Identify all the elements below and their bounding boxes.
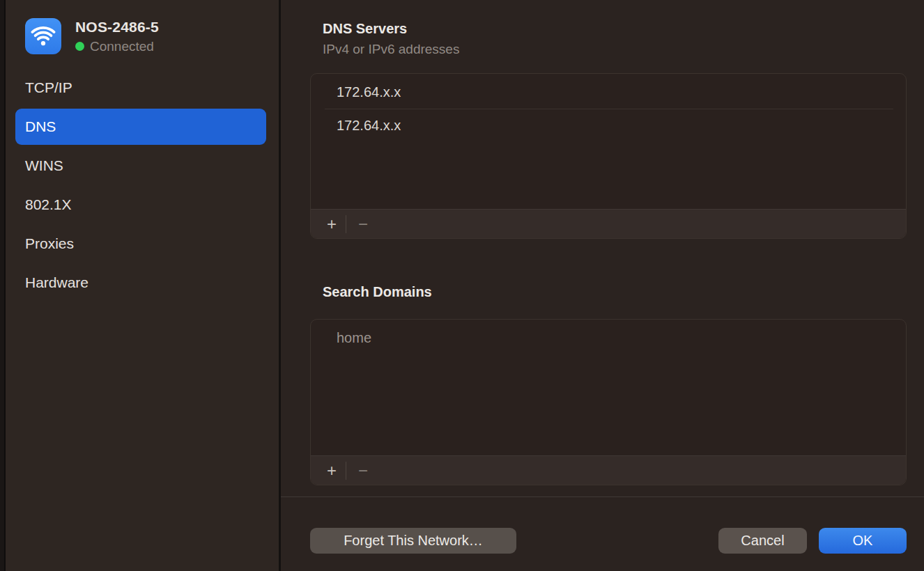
remove-dns-server-button[interactable]: − [346,214,380,235]
add-search-domain-button[interactable]: + [318,460,346,481]
add-dns-server-button[interactable]: + [318,214,346,235]
dns-servers-rows: 172.64.x.x 172.64.x.x [311,75,906,142]
dns-servers-title: DNS Servers [323,21,407,37]
dns-servers-list: 172.64.x.x 172.64.x.x + − [310,73,907,239]
ok-button[interactable]: OK [819,528,907,554]
dns-server-entry[interactable]: 172.64.x.x [311,75,906,109]
remove-search-domain-button[interactable]: − [346,460,380,481]
sidebar-item-wins[interactable]: WINS [15,148,266,184]
network-info: NOS-2486-5 Connected [75,19,159,54]
dns-server-entry[interactable]: 172.64.x.x [311,109,906,142]
wifi-icon [25,18,61,54]
network-details-dialog: NOS-2486-5 Connected TCP/IP DNS WINS 802… [0,0,924,571]
dns-servers-subtitle: IPv4 or IPv6 addresses [323,42,459,57]
search-domain-entry[interactable]: home [311,321,906,354]
network-header: NOS-2486-5 Connected [25,18,159,54]
cancel-button[interactable]: Cancel [718,528,807,554]
settings-nav: TCP/IP DNS WINS 802.1X Proxies Hardware [15,70,266,304]
forget-network-button[interactable]: Forget This Network… [310,528,516,554]
dns-settings-pane: DNS Servers IPv4 or IPv6 addresses 172.6… [281,0,924,571]
sidebar-item-hardware[interactable]: Hardware [15,265,266,301]
search-domains-list-toolbar: + − [311,455,906,485]
status-label: Connected [90,39,154,54]
sidebar-item-8021x[interactable]: 802.1X [15,187,266,223]
footer-divider [281,496,924,497]
sidebar-item-dns[interactable]: DNS [15,109,266,145]
sidebar: NOS-2486-5 Connected TCP/IP DNS WINS 802… [6,0,279,571]
connected-dot-icon [75,42,84,51]
window-edge-strip [0,0,6,571]
search-domains-rows: home [311,321,906,354]
dns-servers-list-toolbar: + − [311,209,906,238]
sidebar-item-tcpip[interactable]: TCP/IP [15,70,266,106]
sidebar-item-proxies[interactable]: Proxies [15,226,266,262]
search-domains-list: home + − [310,319,907,485]
connection-status: Connected [75,39,159,54]
network-name: NOS-2486-5 [75,19,159,36]
search-domains-title: Search Domains [323,284,432,300]
